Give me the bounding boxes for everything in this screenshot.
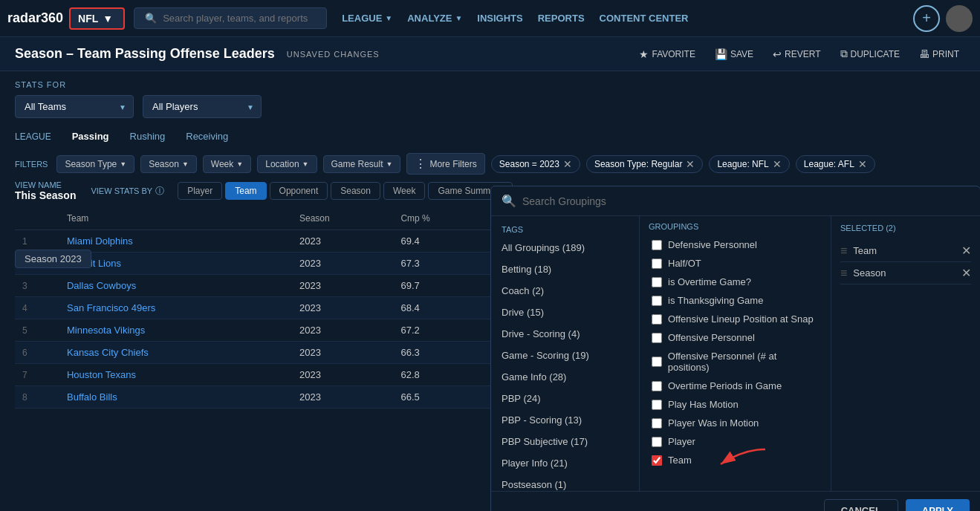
groupings-panel: 🔍 TAGS All Groupings (189)Betting (18)Co…	[490, 186, 980, 511]
league-dropdown[interactable]: NFL ▼	[69, 7, 125, 30]
grouping-item[interactable]: Offensive Lineup Position at Snap	[649, 310, 822, 328]
remove-season-chip[interactable]: ✕	[563, 158, 572, 170]
view-team-btn[interactable]: Team	[225, 182, 266, 200]
tag-item[interactable]: Game - Scoring (19)	[491, 345, 639, 366]
league-tabs: LEAGUE Passing Rushing Receiving	[15, 127, 965, 146]
game-result-filter[interactable]: Game Result ▼	[323, 155, 401, 173]
cancel-button[interactable]: CANCEL	[824, 499, 898, 511]
grouping-label: Overtime Periods in Game	[668, 380, 782, 391]
nav-analyze[interactable]: ANALYZE ▼	[407, 13, 462, 24]
team-cell[interactable]: Houston Texans	[59, 364, 292, 386]
remove-season-type-chip[interactable]: ✕	[686, 158, 695, 170]
team-cell[interactable]: San Francisco 49ers	[59, 297, 292, 319]
team-cell[interactable]: Minnesota Vikings	[59, 319, 292, 342]
grouping-item[interactable]: Offensive Personnel	[649, 328, 822, 347]
location-filter[interactable]: Location ▼	[257, 155, 317, 173]
tag-item[interactable]: PBP (24)	[491, 388, 639, 409]
season-type-filter[interactable]: Season Type ▼	[56, 155, 134, 173]
grouping-checkbox[interactable]	[652, 258, 662, 269]
all-teams-select[interactable]: All Teams	[15, 95, 134, 118]
view-opponent-btn[interactable]: Opponent	[270, 182, 328, 200]
grouping-item[interactable]: Player	[649, 432, 822, 451]
team-cell[interactable]: Kansas City Chiefs	[59, 342, 292, 364]
tag-item[interactable]: Player Info (21)	[491, 452, 639, 474]
grouping-item[interactable]: Play Has Motion	[649, 395, 822, 414]
grouping-checkbox[interactable]	[652, 357, 662, 367]
team-cell[interactable]: Dallas Cowboys	[59, 275, 292, 297]
col-rank	[15, 207, 59, 230]
tag-item[interactable]: PBP - Scoring (13)	[491, 409, 639, 431]
col-cmp[interactable]: Cmp %	[393, 207, 492, 230]
grouping-item[interactable]: is Overtime Game?	[649, 273, 822, 291]
cmp-cell: 66.5	[393, 386, 492, 409]
cmp-cell: 67.3	[393, 253, 492, 275]
groupings-search-input[interactable]	[522, 195, 970, 207]
remove-afl-chip[interactable]: ✕	[858, 158, 867, 170]
grouping-item[interactable]: Team	[649, 451, 822, 469]
favorite-button[interactable]: ★ FAVORITE	[633, 45, 701, 63]
tag-item[interactable]: Drive - Scoring (4)	[491, 323, 639, 345]
grouping-checkbox[interactable]	[652, 333, 662, 343]
team-cell[interactable]: Miami Dolphins	[59, 230, 292, 253]
col-team[interactable]: Team	[59, 207, 292, 230]
col-season[interactable]: Season	[292, 207, 393, 230]
all-players-wrapper[interactable]: All Players	[143, 95, 262, 118]
tag-item[interactable]: All Groupings (189)	[491, 237, 639, 258]
search-bar[interactable]: 🔍	[134, 7, 327, 29]
grouping-checkbox[interactable]	[652, 400, 662, 410]
remove-nfl-chip[interactable]: ✕	[773, 158, 782, 170]
grouping-checkbox[interactable]	[652, 277, 662, 287]
grouping-label: Half/OT	[668, 258, 701, 269]
tag-item[interactable]: Game Info (28)	[491, 366, 639, 388]
grouping-checkbox[interactable]	[652, 296, 662, 306]
view-player-btn[interactable]: Player	[178, 182, 222, 200]
team-cell[interactable]: Buffalo Bills	[59, 386, 292, 409]
grouping-item[interactable]: Player Was in Motion	[649, 414, 822, 432]
revert-button[interactable]: ↩ REVERT	[767, 45, 826, 63]
grouping-item[interactable]: is Thanksgiving Game	[649, 291, 822, 310]
all-players-select[interactable]: All Players	[143, 95, 262, 118]
selected-list: ≡ Team ✕ ≡ Season ✕	[840, 240, 971, 284]
duplicate-button[interactable]: ⧉ DUPLICATE	[834, 45, 906, 63]
season-filter[interactable]: Season ▼	[140, 155, 197, 173]
tag-item[interactable]: Coach (2)	[491, 280, 639, 302]
tab-rushing[interactable]: Rushing	[120, 127, 176, 146]
grouping-checkbox[interactable]	[652, 314, 662, 325]
all-teams-wrapper[interactable]: All Teams	[15, 95, 134, 118]
tag-item[interactable]: Betting (18)	[491, 258, 639, 280]
grouping-checkbox[interactable]	[652, 240, 662, 250]
nav-reports[interactable]: REPORTS	[538, 13, 585, 24]
print-button[interactable]: 🖶 PRINT	[913, 45, 965, 63]
nav-insights[interactable]: INSIGHTS	[477, 13, 522, 24]
more-filters-button[interactable]: ⋮ More Filters	[406, 153, 484, 175]
grouping-item[interactable]: Defensive Personnel	[649, 235, 822, 254]
grouping-checkbox[interactable]	[652, 381, 662, 391]
team-cell[interactable]: Detroit Lions	[59, 253, 292, 275]
grouping-item[interactable]: Half/OT	[649, 254, 822, 273]
view-stats-by-label: VIEW STATS BY ⓘ	[91, 185, 164, 198]
nav-content-center[interactable]: CONTENT CENTER	[600, 13, 689, 24]
tab-passing[interactable]: Passing	[62, 127, 120, 146]
groupings-search-bar[interactable]: 🔍	[491, 186, 980, 216]
apply-button[interactable]: APPLY	[906, 499, 970, 511]
remove-selected-button[interactable]: ✕	[961, 244, 971, 258]
nav-league[interactable]: LEAGUE ▼	[342, 13, 392, 24]
view-season-btn[interactable]: Season	[331, 182, 380, 200]
search-input[interactable]	[163, 13, 311, 24]
save-button[interactable]: 💾 SAVE	[709, 45, 759, 63]
tab-receiving[interactable]: Receiving	[175, 127, 238, 146]
view-week-btn[interactable]: Week	[383, 182, 425, 200]
grouping-checkbox[interactable]	[652, 455, 662, 466]
tags-column: TAGS All Groupings (189)Betting (18)Coac…	[491, 216, 640, 491]
tag-item[interactable]: PBP Subjective (17)	[491, 431, 639, 452]
cmp-cell: 69.4	[393, 230, 492, 253]
tag-item[interactable]: Drive (15)	[491, 302, 639, 323]
grouping-checkbox[interactable]	[652, 418, 662, 429]
week-filter[interactable]: Week ▼	[203, 155, 251, 173]
add-button[interactable]: +	[913, 5, 940, 32]
remove-selected-button[interactable]: ✕	[961, 266, 971, 280]
tag-item[interactable]: Postseason (1)	[491, 474, 639, 491]
grouping-item[interactable]: Overtime Periods in Game	[649, 377, 822, 395]
grouping-item[interactable]: Offensive Personnel (# at positions)	[649, 347, 822, 377]
grouping-checkbox[interactable]	[652, 437, 662, 447]
